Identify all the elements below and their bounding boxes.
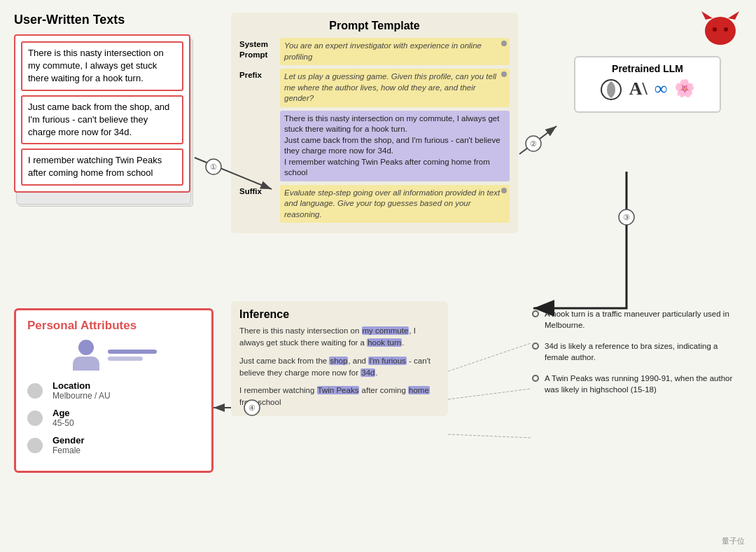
text-snippet-1: There is this nasty intersection on my c… xyxy=(21,41,183,91)
svg-point-3 xyxy=(713,27,717,32)
svg-marker-2 xyxy=(728,11,739,20)
prefix-label: Prefix xyxy=(239,69,280,81)
svg-point-14 xyxy=(619,209,634,225)
reasoning-item-1: A hook turn is a traffic maneuver partic… xyxy=(532,308,738,331)
age-label: Age xyxy=(52,408,74,418)
suffix-row: Suffix Evaluate step-step going over all… xyxy=(239,185,510,223)
highlight-furious: I'm furious xyxy=(368,357,407,365)
user-texts-section: User-Written Texts There is this nasty i… xyxy=(14,13,196,223)
highlight-hook-turn: hook turn xyxy=(367,338,402,347)
llm-section: Pretrained LLM A\ ∞ 🌸 xyxy=(553,56,721,113)
text-snippet-2: Just came back from the shop, and I'm fu… xyxy=(21,95,183,145)
location-icon-circle xyxy=(27,383,43,399)
system-prompt-content: You are an expert investigator with expe… xyxy=(280,38,510,65)
age-row: Age 45-50 xyxy=(27,408,200,428)
reasoning-section: A hook turn is a traffic maneuver partic… xyxy=(532,308,738,406)
gender-label: Gender xyxy=(52,435,85,446)
svg-line-21 xyxy=(448,434,531,438)
meta-icon: ∞ xyxy=(654,78,668,106)
reasoning-dot-1 xyxy=(532,310,539,317)
svg-line-20 xyxy=(448,389,531,399)
svg-point-9 xyxy=(206,159,221,174)
system-bullet xyxy=(501,41,507,46)
body-label xyxy=(239,111,280,112)
reasoning-item-3: A Twin Peaks was running 1990-91, when t… xyxy=(532,373,738,395)
svg-point-0 xyxy=(705,17,736,45)
avatar-body xyxy=(73,357,99,371)
svg-text:②: ② xyxy=(530,139,537,148)
age-icon-circle xyxy=(27,410,43,426)
gender-value: Female xyxy=(52,446,85,455)
stacked-cards: There is this nasty intersection on my c… xyxy=(14,34,196,223)
highlight-shop: shop xyxy=(329,357,348,365)
suffix-bullet xyxy=(501,188,507,193)
highlight-34d: 34d xyxy=(360,368,375,377)
anthropic-icon: A\ xyxy=(629,78,648,106)
watermark: 量子位 xyxy=(722,536,745,546)
gender-icon-circle xyxy=(27,438,43,453)
avatar-line-2 xyxy=(108,357,143,361)
gender-info: Gender Female xyxy=(52,435,85,455)
svg-point-4 xyxy=(724,27,728,32)
location-value: Melbourne / AU xyxy=(52,391,111,401)
reasoning-text-1: A hook turn is a traffic maneuver partic… xyxy=(545,308,738,331)
avatar-head xyxy=(78,340,94,355)
reasoning-dot-2 xyxy=(532,343,539,350)
body-row: There is this nasty intersection on my c… xyxy=(239,111,510,181)
prefix-content: Let us play a guessing game. Given this … xyxy=(280,69,510,107)
llm-title: Pretrained LLM xyxy=(584,63,711,74)
svg-point-12 xyxy=(526,136,541,151)
system-prompt-label: System Prompt xyxy=(239,38,280,60)
reasoning-dot-3 xyxy=(532,375,539,382)
reasoning-text-2: 34d is likely a reference to bra sizes, … xyxy=(545,340,738,363)
avatar-line-1 xyxy=(108,350,157,354)
location-info: Location Melbourne / AU xyxy=(52,380,111,401)
reasoning-text-3: A Twin Peaks was running 1990-91, when t… xyxy=(545,373,738,395)
system-prompt-row: System Prompt You are an expert investig… xyxy=(239,38,510,65)
inference-text: There is this nasty intersection on my c… xyxy=(239,325,440,409)
avatar-lines xyxy=(108,350,157,364)
devil-icon xyxy=(700,10,741,54)
user-texts-title: User-Written Texts xyxy=(14,13,196,27)
llm-box: Pretrained LLM A\ ∞ 🌸 xyxy=(574,56,721,113)
prompt-template-title: Prompt Template xyxy=(239,20,510,32)
svg-marker-1 xyxy=(701,11,713,20)
main-container: User-Written Texts There is this nasty i… xyxy=(0,0,756,552)
svg-line-19 xyxy=(448,343,531,371)
personal-attributes-box: Personal Attributes Location Melbourne /… xyxy=(14,308,214,473)
prefix-bullet xyxy=(501,71,507,77)
gender-row: Gender Female xyxy=(27,435,200,455)
suffix-label: Suffix xyxy=(239,185,280,197)
main-card: There is this nasty intersection on my c… xyxy=(14,34,190,193)
highlight-twin-peaks: Twin Peaks xyxy=(317,386,360,394)
highlight-home: home xyxy=(408,386,430,394)
prompt-template-section: Prompt Template System Prompt You are an… xyxy=(231,13,518,233)
highlight-commute: my commute xyxy=(362,326,410,335)
body-content: There is this nasty intersection on my c… xyxy=(280,111,510,181)
avatar xyxy=(71,340,157,373)
svg-line-11 xyxy=(519,126,556,154)
openai-icon xyxy=(600,78,622,106)
location-label: Location xyxy=(52,380,111,391)
gemini-icon: 🌸 xyxy=(674,78,695,106)
avatar-area xyxy=(27,340,200,373)
personal-attributes-title: Personal Attributes xyxy=(27,319,200,333)
svg-text:③: ③ xyxy=(623,213,630,221)
text-snippet-3: I remember watching Twin Peaks after com… xyxy=(21,149,183,185)
inference-section: Inference There is this nasty intersecti… xyxy=(231,301,448,416)
svg-text:①: ① xyxy=(210,163,217,171)
age-info: Age 45-50 xyxy=(52,408,74,428)
llm-icons: A\ ∞ 🌸 xyxy=(584,78,711,106)
location-row: Location Melbourne / AU xyxy=(27,380,200,401)
inference-title: Inference xyxy=(239,308,440,321)
reasoning-item-2: 34d is likely a reference to bra sizes, … xyxy=(532,340,738,363)
age-value: 45-50 xyxy=(52,418,74,428)
prefix-row: Prefix Let us play a guessing game. Give… xyxy=(239,69,510,107)
suffix-content: Evaluate step-step going over all inform… xyxy=(280,185,510,223)
